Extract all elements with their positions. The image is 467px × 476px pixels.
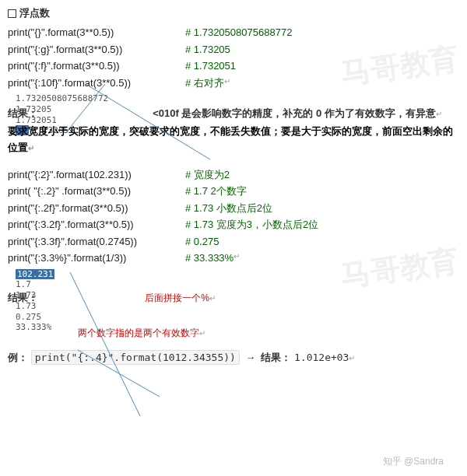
code-row: print("{:3.3%}".format(1/3))# 33.333%↵ (8, 250, 459, 266)
code-row: print("{:2}".format(102.231))# 宽度为2 (8, 167, 459, 183)
code-row: print("{:3.3f}".format(0.2745))# 0.275 (8, 234, 459, 250)
source-mark: 知乎 @Sandra (383, 455, 444, 468)
code-row: print("{:f}".format(3**0.5))# 1.732051 (8, 58, 459, 74)
code-row: print("{:g}".format(3**0.5))# 1.73205 (8, 42, 459, 58)
example-code: print("{:.4}".format(1012.34355)) (31, 350, 240, 365)
code-row: print("{:3.2f}".format(3**0.5))# 1.73 宽度… (8, 217, 459, 233)
code-row: print( "{:.2}" .format(3**0.5))# 1.7 2个数… (8, 184, 459, 199)
result-line: 结果： 后面拼接一个%↵ (8, 291, 459, 305)
section-title: 浮点数 (8, 6, 459, 20)
example-row: 例： print("{:.4}".format(1012.34355)) → 结… (0, 346, 467, 366)
annotation: 后面拼接一个% (145, 292, 209, 303)
width-note: 要求宽度小于实际的宽度，突破要求的宽度，不能丢失数值；要是大于实际的宽度，前面空… (8, 124, 459, 156)
code-row: print("{:.2f}".format(3**0.5))# 1.73 小数点… (8, 201, 459, 216)
code-row: print("{}".format(3**0.5))# 1.7320508075… (8, 25, 459, 40)
code-row: print("{:10f}".format(3**0.5))# 右对齐↵ (8, 75, 459, 91)
annotation: 两个数字指的是两个有效数字↵ (78, 327, 459, 340)
result-line: 结果： <010f 是会影响数字的精度，补充的 0 作为了有效数字，有异意↵ (8, 107, 459, 121)
